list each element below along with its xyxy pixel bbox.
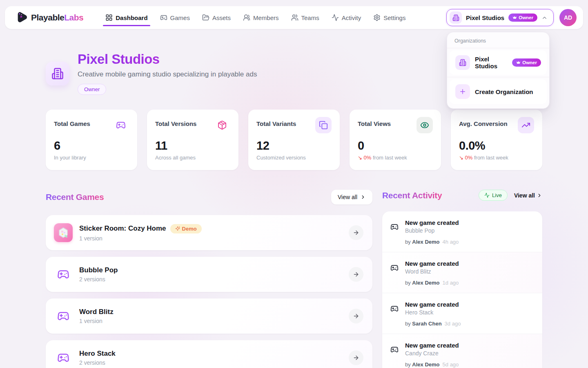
stat-label: Total Variants	[256, 117, 296, 127]
playablelabs-logo-icon	[16, 11, 28, 24]
org-building-icon	[46, 62, 69, 85]
live-badge: Live	[479, 190, 508, 201]
stat-card-total-variants: Total Variants 12 Customized versions	[248, 110, 340, 170]
arrow-right-icon[interactable]	[349, 350, 363, 365]
create-org-label: Create Organization	[475, 88, 533, 95]
arrow-right-icon[interactable]	[349, 309, 363, 323]
dashboard-grid-icon	[105, 14, 113, 21]
recent-activity-section: Recent Activity Live View all	[382, 190, 542, 368]
nav-item-activity[interactable]: Activity	[327, 6, 366, 29]
building-icon	[450, 11, 462, 24]
eye-icon	[416, 117, 433, 133]
gamepad-icon	[390, 301, 399, 327]
org-selector-button[interactable]: Pixel Studios Owner	[446, 9, 554, 26]
crown-icon	[516, 61, 521, 65]
activity-title: New game created	[405, 219, 459, 226]
plus-icon	[455, 84, 470, 99]
games-view-all-button[interactable]: View all	[331, 190, 372, 204]
owner-badge: Owner	[508, 13, 537, 22]
activity-game-name: Hero Stack	[405, 309, 461, 316]
role-badge: Owner	[78, 84, 106, 95]
divider	[447, 48, 549, 48]
create-organization-button[interactable]: Create Organization	[450, 79, 547, 104]
activity-game-name: Candy Craze	[405, 350, 459, 357]
activity-item[interactable]: New game created Word Blitz by Alex Demo…	[382, 252, 542, 293]
stat-card-total-games: Total Games 6 In your library	[46, 110, 137, 170]
activity-pulse-icon	[332, 14, 339, 21]
game-title: Word Blitz	[79, 308, 114, 316]
stat-value: 6	[54, 139, 129, 153]
arrow-right-icon[interactable]	[349, 267, 363, 282]
nav-item-settings[interactable]: Settings	[368, 6, 410, 29]
stat-card-avg-conversion: Avg. Conversion 0.0% ↘ 0% from last week	[451, 110, 542, 170]
brand-logo[interactable]: PlayableLabs	[16, 11, 83, 24]
game-title: Hero Stack	[79, 350, 116, 358]
game-version-count: 1 version	[79, 235, 202, 242]
activity-view-all-link[interactable]: View all	[514, 192, 542, 199]
nav-item-dashboard[interactable]: Dashboard	[100, 6, 152, 29]
sparkles-icon	[175, 226, 180, 231]
stat-subtext: Across all games	[155, 155, 230, 161]
stat-value: 0.0%	[459, 139, 534, 153]
recent-games-section: Recent Games View all	[46, 190, 372, 368]
owner-badge: Owner	[512, 58, 541, 67]
stat-label: Total Versions	[155, 117, 196, 127]
stat-trend: ↘ 0% from last week	[459, 155, 534, 161]
activity-byline: by Alex Demo4h ago	[405, 239, 459, 245]
chevron-right-icon	[537, 193, 542, 198]
nav-item-games[interactable]: Games	[155, 6, 195, 29]
nav-label: Dashboard	[116, 14, 147, 21]
users-icon	[291, 14, 298, 21]
game-version-count: 1 version	[79, 318, 114, 324]
game-list: Sticker Room: Cozy Home Demo 1 version	[46, 215, 372, 368]
stat-trend: ↘ 0% from last week	[358, 155, 433, 161]
stat-subtext: In your library	[54, 155, 129, 161]
dropdown-item-pixel-studios[interactable]: Pixel Studios Owner	[450, 50, 547, 75]
dropdown-header: Organizations	[447, 32, 549, 48]
nav-item-assets[interactable]: Assets	[197, 6, 236, 29]
stat-subtext: Customized versions	[256, 155, 332, 161]
recent-activity-title: Recent Activity	[382, 191, 442, 200]
page-title: Pixel Studios	[78, 52, 257, 67]
package-icon	[214, 117, 230, 133]
game-title: Sticker Room: Cozy Home	[79, 224, 166, 233]
game-row-word-blitz[interactable]: Word Blitz 1 version	[46, 298, 372, 334]
gear-icon	[373, 14, 381, 21]
activity-item[interactable]: New game created Bubble Pop by Alex Demo…	[382, 211, 542, 252]
activity-byline: by Sarah Chen3d ago	[405, 321, 461, 327]
stat-label: Total Games	[54, 117, 90, 127]
activity-item[interactable]: New game created Hero Stack by Sarah Che…	[382, 293, 542, 334]
organizations-dropdown: Organizations Pixel Studios Owner Create…	[447, 32, 550, 109]
activity-item[interactable]: New game created Candy Craze by Alex Dem…	[382, 334, 542, 368]
activity-game-name: Word Blitz	[405, 268, 459, 275]
user-avatar[interactable]: AD	[559, 9, 577, 26]
stat-card-total-views: Total Views 0 ↘ 0% from last week	[350, 110, 441, 170]
building-icon	[455, 55, 470, 70]
nav-item-teams[interactable]: Teams	[286, 6, 324, 29]
demo-badge: Demo	[170, 224, 202, 233]
game-row-sticker-room[interactable]: Sticker Room: Cozy Home Demo 1 version	[46, 215, 372, 250]
activity-byline: by Alex Demo5d ago	[405, 361, 459, 368]
brand-name: PlayableLabs	[31, 13, 83, 22]
game-row-hero-stack[interactable]: Hero Stack 2 versions	[46, 340, 372, 368]
chevron-up-icon	[541, 15, 548, 21]
gamepad-icon	[390, 260, 399, 286]
activity-title: New game created	[405, 342, 459, 349]
game-version-count: 2 versions	[79, 276, 118, 283]
arrow-right-icon[interactable]	[349, 225, 363, 240]
game-title: Bubble Pop	[79, 266, 118, 274]
game-row-bubble-pop[interactable]: Bubble Pop 2 versions	[46, 257, 372, 292]
gamepad-icon	[390, 219, 399, 245]
page-subtitle: Creative mobile gaming studio specializi…	[78, 70, 257, 79]
stat-value: 0	[358, 139, 433, 153]
nav-item-members[interactable]: Members	[238, 6, 284, 29]
nav-label: Assets	[212, 14, 231, 21]
topbar: PlayableLabs Dashboard Games Assets Memb…	[5, 6, 583, 29]
copy-icon	[315, 117, 332, 133]
game-version-count: 2 versions	[79, 359, 116, 366]
stat-card-total-versions: Total Versions 11 Across all games	[147, 110, 238, 170]
org-option-label: Pixel Studios	[475, 56, 507, 70]
activity-game-name: Bubble Pop	[405, 227, 459, 234]
gamepad-icon	[160, 14, 167, 21]
gamepad-icon	[113, 117, 129, 133]
